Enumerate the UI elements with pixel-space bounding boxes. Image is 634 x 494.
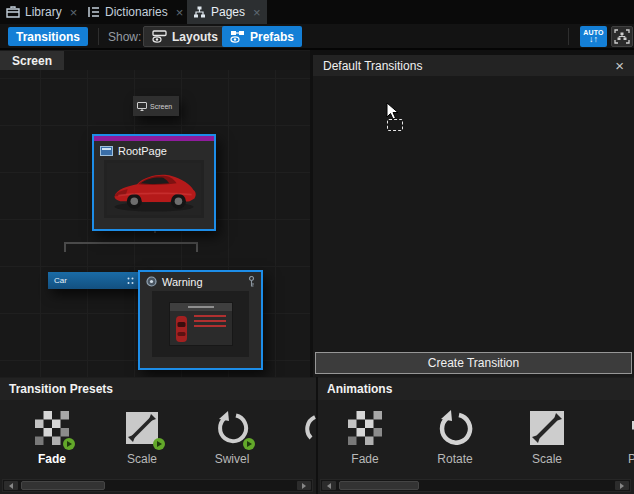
car-top-view	[175, 315, 188, 343]
auto-arrows-icon: ↓↑	[589, 35, 598, 44]
key-icon	[248, 276, 255, 287]
scroll-right-icon	[302, 483, 306, 489]
preset-label: Fade	[38, 452, 66, 466]
mouse-cursor	[386, 102, 416, 134]
animation-label: P	[628, 452, 634, 466]
layout-eye-icon	[152, 30, 167, 43]
scroll-left-icon	[9, 483, 13, 489]
animation-label: Scale	[532, 452, 562, 466]
toolbar-separator	[568, 28, 569, 45]
monitor-icon	[137, 102, 147, 111]
car-node[interactable]: Car	[48, 272, 140, 289]
tab-label: Pages	[211, 5, 245, 19]
show-label: Show:	[108, 30, 141, 44]
scroll-right-button[interactable]	[297, 481, 311, 490]
prefabs-label: Prefabs	[250, 30, 294, 44]
animation-label: Fade	[351, 452, 378, 466]
red-car-image	[107, 162, 201, 216]
wire-drop-warning	[196, 242, 198, 252]
rootpage-label: RootPage	[118, 145, 167, 157]
rootpage-thumbnail	[104, 160, 204, 218]
scroll-left-button[interactable]	[4, 481, 18, 490]
screen-context-tab[interactable]: Screen	[0, 51, 64, 70]
scroll-left-button[interactable]	[322, 481, 336, 490]
create-transition-button[interactable]: Create Transition	[315, 352, 632, 374]
clipped-icon	[305, 411, 316, 445]
warning-dialog-preview	[169, 302, 233, 346]
car-node-label: Car	[54, 276, 67, 285]
drag-drop-box-icon	[387, 119, 403, 131]
animations-horizontal-scrollbar[interactable]	[320, 479, 631, 492]
fit-to-view-button[interactable]	[611, 26, 633, 47]
layouts-label: Layouts	[172, 30, 218, 44]
animation-label: Rotate	[437, 452, 472, 466]
clipped-icon	[615, 411, 634, 445]
page-icon	[100, 146, 113, 156]
preset-item-fade[interactable]: Fade	[14, 408, 90, 466]
tab-label: Library	[25, 5, 62, 19]
scroll-left-icon	[327, 483, 331, 489]
prefabs-toggle-button[interactable]: Prefabs	[222, 26, 302, 47]
warning-label: Warning	[162, 276, 203, 288]
default-transitions-panel: Default Transitions × Create Transition	[313, 55, 634, 377]
fade-checker-icon	[348, 411, 382, 445]
tab-dictionaries[interactable]: Dictionaries ×	[82, 0, 189, 24]
animation-item-clipped[interactable]: P	[594, 408, 634, 466]
preset-item-clipped[interactable]: R	[284, 408, 316, 466]
tab-label: Dictionaries	[105, 5, 168, 19]
close-icon[interactable]: ×	[253, 6, 261, 19]
graph-tab-row: Screen	[0, 51, 310, 70]
default-transitions-header: Default Transitions ×	[313, 55, 634, 76]
preset-item-scale[interactable]: Scale	[104, 408, 180, 466]
scrollbar-thumb[interactable]	[339, 481, 419, 490]
transition-presets-panel: Transition Presets Fade	[0, 377, 316, 494]
transition-presets-list: Fade Scale	[0, 400, 316, 478]
warning-thumbnail	[152, 291, 249, 357]
panel-title-text: Default Transitions	[323, 59, 422, 73]
warning-text-lines	[194, 315, 226, 343]
animation-item-fade[interactable]: Fade	[327, 408, 403, 466]
list-icon	[88, 6, 100, 18]
expand-dots-icon[interactable]	[127, 277, 134, 285]
fit-tree-icon	[614, 29, 630, 44]
close-icon[interactable]: ×	[70, 6, 78, 19]
animations-list: Fade Rotate	[318, 400, 634, 478]
transition-presets-header: Transition Presets	[0, 378, 316, 400]
arrow-cursor-icon	[386, 102, 399, 121]
play-badge-icon	[63, 438, 75, 450]
prefab-eye-icon	[230, 30, 245, 43]
warning-node[interactable]: Warning	[138, 270, 263, 370]
scale-fill-icon	[530, 411, 564, 445]
close-icon[interactable]: ×	[615, 58, 624, 73]
page-graph-panel: Screen Screen RootPage	[0, 50, 310, 377]
toolbar-separator	[98, 28, 99, 45]
preset-label: Scale	[127, 452, 157, 466]
page-graph-canvas[interactable]: Screen RootPage	[0, 70, 310, 377]
tab-bar: Library × Dictionaries × Pages ×	[0, 0, 634, 24]
tab-pages[interactable]: Pages ×	[187, 0, 267, 24]
scroll-right-icon	[620, 483, 624, 489]
screen-node-label: Screen	[150, 103, 172, 110]
close-icon[interactable]: ×	[176, 6, 184, 19]
animation-item-rotate[interactable]: Rotate	[417, 408, 493, 466]
transitions-button[interactable]: Transitions	[8, 27, 88, 46]
rotate-icon	[437, 410, 473, 446]
animations-panel: Animations Fade Rotate	[318, 377, 634, 494]
layouts-toggle-button[interactable]: Layouts	[143, 26, 227, 47]
auto-sync-button[interactable]: AUTO ↓↑	[580, 26, 607, 47]
preset-item-swivel[interactable]: Swivel	[194, 408, 270, 466]
screen-node[interactable]: Screen	[133, 96, 179, 116]
scrollbar-thumb[interactable]	[21, 481, 105, 490]
play-badge-icon	[243, 438, 255, 450]
animation-item-scale[interactable]: Scale	[509, 408, 585, 466]
wire-branch-horizontal	[64, 242, 198, 244]
presets-horizontal-scrollbar[interactable]	[2, 479, 313, 492]
page-circle-icon	[146, 276, 157, 287]
tab-library[interactable]: Library ×	[0, 0, 83, 24]
preset-label: Swivel	[215, 452, 250, 466]
toolbar: Transitions Show: Layouts Prefabs AUTO ↓…	[0, 24, 634, 50]
scroll-right-button[interactable]	[615, 481, 629, 490]
rootpage-node[interactable]: RootPage	[92, 134, 216, 231]
tree-icon	[193, 6, 206, 18]
play-badge-icon	[153, 438, 165, 450]
